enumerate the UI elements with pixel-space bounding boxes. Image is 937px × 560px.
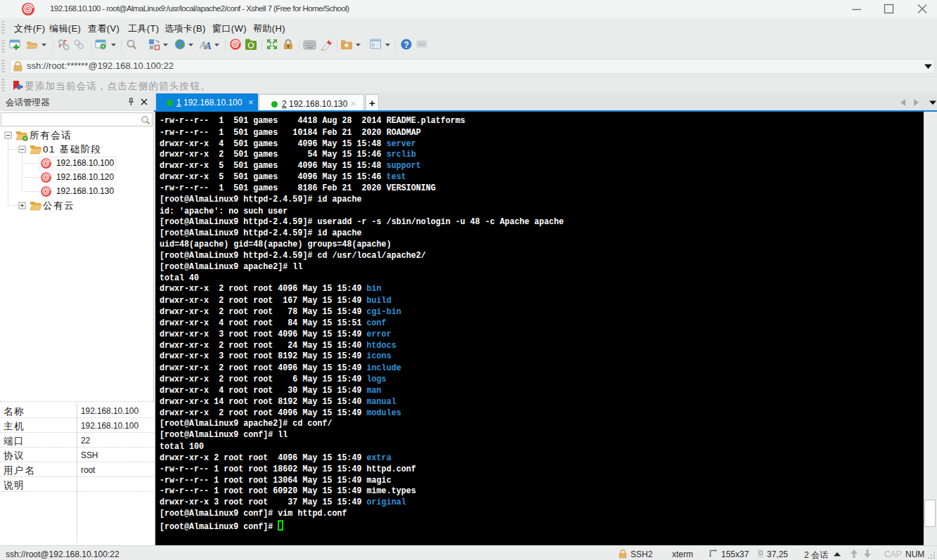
svg-text:A: A xyxy=(204,40,212,51)
svg-text:?: ? xyxy=(404,40,409,50)
